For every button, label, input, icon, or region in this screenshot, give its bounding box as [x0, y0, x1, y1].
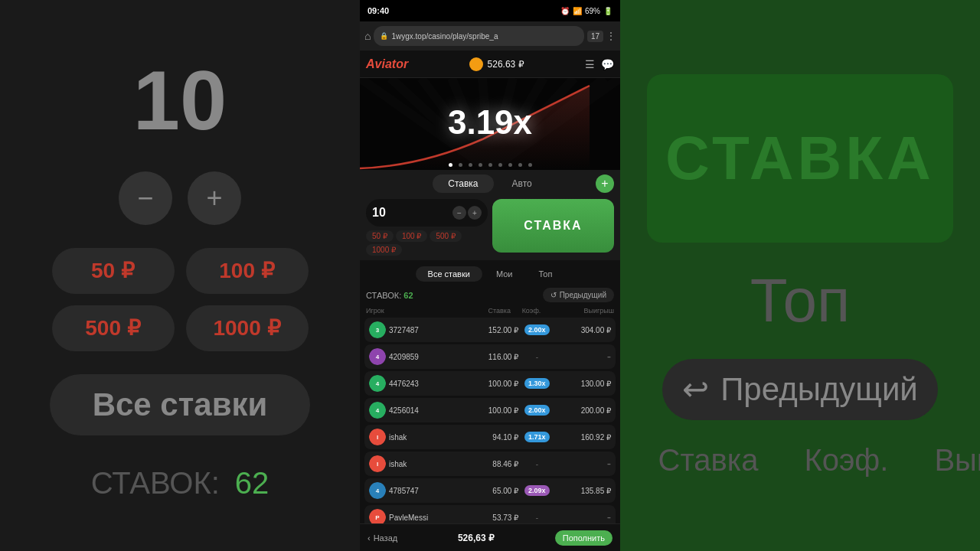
stavka-button[interactable]: СТАВКА [492, 199, 614, 253]
signal-icon: 📶 [573, 7, 582, 15]
bets-nav-my[interactable]: Мои [484, 266, 525, 282]
dot-3 [469, 163, 472, 167]
tab-stavka[interactable]: Ставка [433, 174, 493, 193]
browser-bar: ⌂ 🔒 1wygx.top/casino/play/spribe_a 17 ⋮ [360, 21, 620, 51]
bg-preset-500: 500 ₽ [52, 305, 175, 351]
bg-number: 10 [133, 51, 227, 148]
coef-badge: 1.30x [524, 378, 550, 389]
player-name: 3727487 [389, 326, 463, 334]
col-header-win: Выигрыш [552, 307, 614, 315]
bottom-balance: 526,63 ₽ [458, 533, 495, 543]
dot-9 [528, 163, 532, 167]
win-cell: 304.00 ₽ [556, 326, 612, 334]
bet-panel: Ставка Авто + 10 − + 50 ₽ 100 ₽ 500 ₽ 10… [360, 170, 620, 260]
player-avatar: 4 [369, 348, 386, 365]
alarm-icon: ⏰ [560, 7, 570, 15]
player-avatar: I [369, 455, 386, 472]
coef-cell: 2.09x [518, 485, 555, 496]
player-name: 4256014 [389, 406, 463, 415]
preset-500[interactable]: 500 ₽ [430, 230, 461, 242]
player-avatar: 4 [369, 375, 386, 392]
win-value: 160.92 ₽ [556, 433, 612, 442]
bg-stavka-label: СТАВКА [665, 123, 935, 194]
preset-100[interactable]: 100 ₽ [396, 230, 427, 242]
coef-badge: 1.71x [524, 432, 550, 442]
player-avatar: 3 [369, 321, 386, 338]
stake-value: 65.00 ₽ [463, 487, 519, 495]
bg-top-label: Топ [750, 266, 850, 336]
table-row: I ishak 94.10 ₽ 1.71x 160.92 ₽ [364, 425, 616, 449]
table-row: P PavleMessi 53.73 ₽ - - [364, 505, 616, 523]
bg-all-bets-tab: Все ставки [50, 374, 310, 435]
coef-cell: 2.00x [518, 324, 555, 335]
preset-50[interactable]: 50 ₽ [366, 230, 394, 242]
stepper-plus[interactable]: + [468, 206, 482, 220]
url-text: 1wygx.top/casino/play/spribe_a [391, 32, 498, 41]
table-row: 3 3727487 152.00 ₽ 2.00x 304.00 ₽ [364, 318, 616, 342]
table-row: 4 4209859 116.00 ₽ - - [364, 344, 616, 369]
coin-icon [469, 57, 483, 71]
bets-area: Все ставки Мои Топ СТАВОК: 62 ↺ Предыдущ… [360, 260, 620, 523]
bet-tabs: Ставка Авто + [366, 174, 614, 193]
coef-badge: 2.09x [524, 485, 550, 496]
bottom-nav: ‹ Назад 526,63 ₽ Пополнить [360, 523, 620, 551]
dot-7 [508, 163, 512, 167]
dot-6 [498, 163, 502, 167]
win-cell: 200.00 ₽ [556, 406, 612, 415]
player-avatar: 4 [369, 482, 386, 499]
bet-presets: 50 ₽ 100 ₽ 500 ₽ 1000 ₽ [366, 230, 488, 256]
player-name: PavleMessi [389, 514, 463, 522]
win-value: 200.00 ₽ [556, 406, 612, 415]
add-bet-button[interactable]: + [596, 174, 614, 193]
bg-prev-btn: ↩ Предыдущий [662, 359, 938, 420]
bets-nav: Все ставки Мои Топ [360, 260, 620, 288]
url-bar[interactable]: 🔒 1wygx.top/casino/play/spribe_a [374, 26, 583, 46]
player-name: ishak [389, 460, 463, 468]
dot-1 [449, 163, 452, 167]
bg-controls: − + [119, 171, 241, 225]
bet-amount-input[interactable]: 10 − + [366, 199, 488, 227]
bets-nav-top[interactable]: Топ [526, 266, 564, 282]
home-icon[interactable]: ⌂ [364, 30, 371, 42]
coef-dash: - [536, 353, 538, 361]
topup-button[interactable]: Пополнить [555, 530, 612, 546]
stepper-minus[interactable]: − [452, 206, 466, 220]
chat-icon[interactable]: 💬 [601, 58, 614, 70]
table-row: 4 4476243 100.00 ₽ 1.30x 130.00 ₽ [364, 371, 616, 396]
bg-tabs: Все ставки СТАВОК: 62 [50, 374, 310, 500]
back-label: Назад [374, 533, 398, 543]
status-bar: 09:40 ⏰ 📶 69% 🔋 [360, 0, 620, 21]
preset-1000[interactable]: 1000 ₽ [366, 244, 402, 256]
player-name: 4476243 [389, 380, 463, 388]
bg-preset-1000: 1000 ₽ [186, 305, 309, 351]
bg-stavok-label: СТАВОК: [91, 466, 220, 500]
dot-5 [488, 163, 492, 167]
back-arrow-icon: ‹ [368, 533, 371, 543]
col-header-coef: Коэф. [511, 307, 552, 315]
bg-preset-100: 100 ₽ [186, 248, 309, 294]
bg-preset-50: 50 ₽ [52, 248, 175, 294]
win-cell: - [556, 350, 612, 364]
win-cell: - [556, 457, 612, 471]
app-header: Aviator 526.63 ₽ ☰ 💬 [360, 51, 620, 78]
coef-cell: - [518, 460, 555, 468]
bets-nav-all[interactable]: Все ставки [416, 266, 482, 282]
coef-cell: - [518, 514, 555, 522]
stake-value: 53.73 ₽ [463, 514, 519, 522]
stake-value: 94.10 ₽ [463, 433, 519, 442]
lock-icon: 🔒 [380, 32, 388, 40]
coef-badge: 2.00x [524, 324, 550, 335]
player-name: ishak [389, 433, 463, 442]
win-cell: - [556, 510, 612, 523]
win-value: 135.85 ₽ [556, 487, 612, 495]
prev-button[interactable]: ↺ Предыдущий [543, 288, 614, 302]
background-right: СТАВКА Топ ↩ Предыдущий Игрок Ставка Коэ… [620, 0, 980, 551]
win-cell: 160.92 ₽ [556, 433, 612, 442]
tab-count[interactable]: 17 [587, 31, 603, 42]
menu-icon[interactable]: ⋮ [606, 31, 616, 42]
bg-history-icon: ↩ [682, 370, 709, 408]
stavok-count: 62 [403, 291, 413, 300]
tab-avto[interactable]: Авто [497, 174, 547, 193]
menu-hamburger-icon[interactable]: ☰ [585, 58, 595, 70]
back-button[interactable]: ‹ Назад [368, 533, 397, 543]
